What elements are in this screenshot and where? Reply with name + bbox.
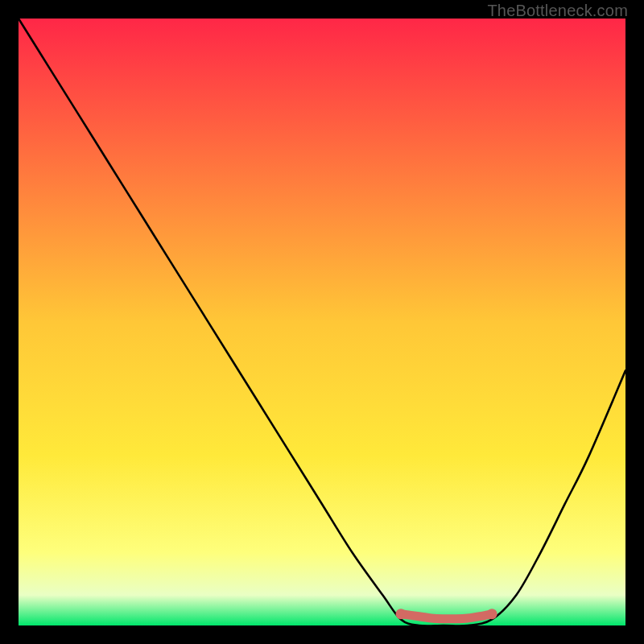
optimal-range-marker [401, 614, 492, 619]
plot-area [19, 19, 625, 625]
marker-end-dot [487, 609, 497, 619]
chart-svg [19, 19, 625, 625]
chart-frame: TheBottleneck.com [0, 0, 644, 644]
marker-start-dot [396, 609, 407, 619]
watermark-text: TheBottleneck.com [487, 2, 628, 20]
gradient-background [19, 19, 625, 625]
